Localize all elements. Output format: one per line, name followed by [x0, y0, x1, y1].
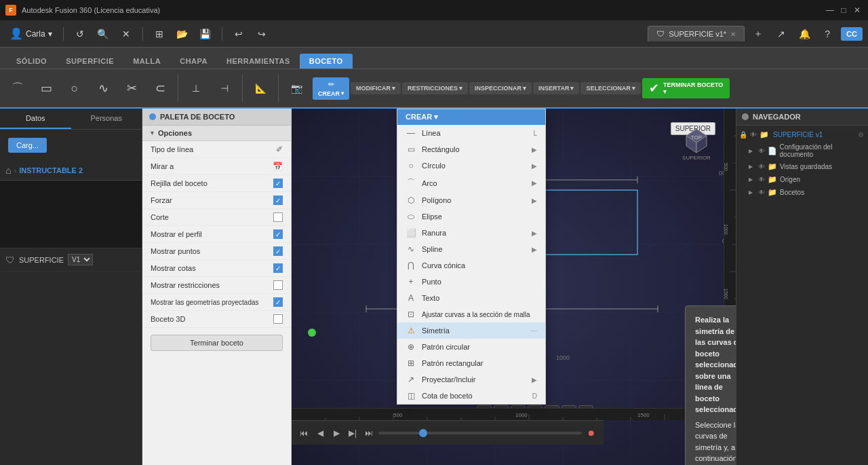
menu-item-conica[interactable]: ⋂ Curva cónica [397, 257, 545, 274]
ribbon-circle-tool[interactable]: ○ [61, 79, 88, 97]
nav-item-config[interactable]: ▶ 👁 📄 Configuración del documento [736, 141, 868, 160]
menu-item-texto[interactable]: A Texto [397, 290, 545, 306]
menu-item-ranura[interactable]: ⬜ Ranura ▶ [397, 225, 545, 241]
menu-item-spline[interactable]: ∿ Spline ▶ [397, 241, 545, 257]
ribbon-constraint-1[interactable]: ⊥ [182, 81, 210, 96]
cc-button[interactable]: CC [841, 27, 863, 41]
version-select[interactable]: V1 [68, 254, 93, 265]
user-menu[interactable]: 👤 Carla ▾ [5, 24, 56, 43]
menu-item-punto[interactable]: + Punto [397, 274, 545, 290]
search-button[interactable]: 🔍 [94, 24, 113, 43]
ribbon-inspect[interactable]: 📐 [247, 81, 274, 96]
load-button[interactable]: Carg... [8, 138, 47, 153]
seleccionar-dropdown-btn[interactable]: SELECCIONAR▾ [580, 82, 641, 94]
menu-item-poligono[interactable]: ⬡ Polígono ▶ [397, 192, 545, 208]
document-tab[interactable]: 🛡 SUPERFICIE v1* ✕ [648, 26, 745, 41]
create-menu-header[interactable]: CREAR ▾ [397, 109, 545, 125]
minimize-button[interactable]: — [825, 5, 835, 16]
nav-item-vistas[interactable]: ▶ 👁 📁 Vistas guardadas [736, 160, 868, 173]
eye-icon-sup[interactable]: 👁 [750, 131, 757, 138]
save-button[interactable]: 💾 [196, 24, 215, 43]
ribbon-rect-tool[interactable]: ▭ [33, 79, 60, 97]
tab-datos[interactable]: Datos [0, 109, 71, 129]
new-tab-button[interactable]: ＋ [749, 24, 768, 43]
inspeccionar-dropdown-btn[interactable]: INSPECCIONAR▾ [469, 82, 532, 94]
canvas-area[interactable]: 18.00 750.00 500 1000 1500 500 1000 1500… [292, 109, 736, 465]
menu-item-elipse[interactable]: ⬭ Elipse [397, 208, 545, 225]
mostrar-restricciones-checkbox[interactable] [273, 280, 283, 290]
close-panel-button[interactable]: ✕ [117, 24, 136, 43]
menu-item-rectangulo[interactable]: ▭ Rectángulo ▶ [397, 141, 545, 157]
nav-item-origen[interactable]: ▶ 👁 📁 Origen [736, 173, 868, 186]
timeline-track[interactable] [378, 432, 582, 434]
corte-checkbox[interactable] [273, 212, 283, 222]
question-button[interactable]: ? [818, 24, 837, 43]
menu-item-simetria[interactable]: ⚠ Simetría ⋯ [397, 322, 545, 339]
eye-icon-vistas[interactable]: 👁 [758, 163, 765, 170]
maximize-button[interactable]: □ [838, 5, 849, 16]
menu-item-ajustar[interactable]: ⊡ Ajustar curvas a la sección de malla [397, 306, 545, 322]
undo-button[interactable]: ↩ [229, 24, 248, 43]
nav-item-superficie[interactable]: 🔒 👁 📁 SUPERFICIE v1 ⚙ [736, 128, 868, 141]
timeline-record-btn[interactable]: ⏺ [585, 426, 598, 440]
timeline-prev-btn[interactable]: ◀ [313, 426, 327, 440]
rejilla-checkbox[interactable] [273, 179, 283, 188]
notification-button[interactable]: 🔔 [795, 24, 814, 43]
crear-dropdown-btn[interactable]: ✏ CREAR ▾ [313, 77, 349, 100]
help-button[interactable]: ↗ [772, 24, 791, 43]
timeline-start-btn[interactable]: ⏮ [297, 426, 311, 440]
tab-malla[interactable]: MALLA [123, 54, 170, 69]
tipo-linea-icon[interactable]: ✐ [276, 145, 283, 154]
mostrar-cotas-checkbox[interactable] [273, 263, 283, 273]
mirar-a-icon[interactable]: 📅 [273, 162, 283, 171]
timeline-next-btn[interactable]: ▶| [346, 426, 359, 440]
open-button[interactable]: 📂 [173, 24, 192, 43]
mostrar-perfil-checkbox[interactable] [273, 229, 283, 239]
forzar-checkbox[interactable] [273, 196, 283, 205]
ribbon-insert[interactable]: 📷 [283, 81, 310, 96]
ribbon-trim-tool[interactable]: ✂ [118, 79, 145, 97]
eye-icon-origen[interactable]: 👁 [758, 176, 765, 183]
grid-button[interactable]: ⊞ [150, 24, 169, 43]
timeline-marker[interactable] [419, 429, 427, 437]
nav-settings-icon[interactable]: ⚙ [858, 131, 864, 138]
home-icon[interactable]: ⌂ [5, 165, 11, 176]
tab-herramientas[interactable]: HERRAMIENTAS [217, 54, 300, 69]
breadcrumb-path[interactable]: INSTRUCTABLE 2 [19, 166, 83, 174]
menu-item-patron-rectangular[interactable]: ⊞ Patrón rectangular [397, 355, 545, 371]
tab-solido[interactable]: SÓLIDO [7, 54, 56, 69]
eye-icon-config[interactable]: 👁 [758, 147, 765, 155]
modificar-dropdown-btn[interactable]: MODIFICAR▾ [351, 82, 401, 94]
terminar-boceto-palette-btn[interactable]: Terminar boceto [151, 335, 283, 351]
doc-tab-close[interactable]: ✕ [730, 31, 736, 38]
menu-item-proyectar[interactable]: ↗ Proyectar/Incluir ▶ [397, 371, 545, 388]
nav-item-bocetos[interactable]: ▶ 👁 📁 Bocetos [736, 186, 868, 199]
timeline-play-btn[interactable]: ▶ [330, 426, 343, 440]
eye-icon-bocetos[interactable]: 👁 [758, 189, 765, 196]
ribbon-arc-tool[interactable]: ⌒ [4, 79, 31, 97]
insertar-dropdown-btn[interactable]: INSERTAR▾ [533, 82, 579, 94]
restricciones-dropdown-btn[interactable]: RESTRICCIONES▾ [402, 82, 468, 94]
mostrar-geometrias-checkbox[interactable] [273, 297, 283, 307]
boceto-3d-checkbox[interactable] [273, 314, 283, 324]
ribbon-curve-tool[interactable]: ∿ [90, 79, 117, 97]
mostrar-puntos-checkbox[interactable] [273, 246, 283, 256]
tab-boceto[interactable]: BOCETO [300, 54, 353, 69]
terminar-boceto-btn[interactable]: ✔ TERMINAR BOCETO▾ [642, 78, 730, 98]
options-section[interactable]: ▼ Opciones [142, 126, 291, 141]
tab-chapa[interactable]: CHAPA [170, 54, 217, 69]
refresh-button[interactable]: ↺ [71, 24, 90, 43]
ribbon-constraint-2[interactable]: ⊣ [211, 81, 238, 96]
menu-item-circulo[interactable]: ○ Círculo ▶ [397, 157, 545, 174]
poly-icon: ⬡ [406, 196, 416, 205]
menu-item-linea[interactable]: — Línea L [397, 125, 545, 141]
tab-superficie[interactable]: SUPERFICIE [56, 54, 123, 69]
close-button[interactable]: ✕ [852, 5, 863, 16]
redo-button[interactable]: ↪ [252, 24, 271, 43]
menu-item-patron-circular[interactable]: ⊕ Patrón circular [397, 339, 545, 355]
ribbon-offset-tool[interactable]: ⊂ [146, 79, 174, 97]
tab-personas[interactable]: Personas [71, 109, 142, 129]
menu-item-arco[interactable]: ⌒ Arco ▶ [397, 174, 545, 192]
timeline-end-btn[interactable]: ⏭ [362, 426, 376, 440]
menu-item-cota-boceto[interactable]: ◫ Cota de boceto D [397, 388, 545, 404]
